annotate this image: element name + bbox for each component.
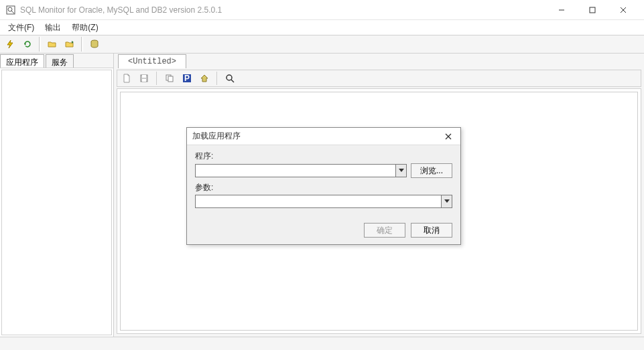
dialog-body: 程序: 浏览... 参数: <box>187 145 460 219</box>
tab-services[interactable]: 服务 <box>46 54 74 68</box>
svg-rect-4 <box>590 7 595 13</box>
params-label: 参数: <box>195 182 452 193</box>
svg-marker-7 <box>7 40 13 48</box>
zoom-icon[interactable] <box>223 72 237 85</box>
new-file-icon[interactable] <box>120 72 133 85</box>
dialog-title-bar: 加载应用程序 <box>187 128 460 145</box>
separator <box>216 72 218 85</box>
params-input[interactable] <box>196 195 441 207</box>
svg-text:P: P <box>184 74 190 83</box>
left-panel: 应用程序 服务 <box>0 54 114 337</box>
left-tabs: 应用程序 服务 <box>0 54 113 68</box>
program-combo[interactable] <box>195 164 407 177</box>
browse-button[interactable]: 浏览... <box>411 163 452 178</box>
left-panel-content <box>1 70 112 335</box>
menu-help[interactable]: 帮助(Z) <box>66 21 103 35</box>
dialog-close-button[interactable] <box>442 130 455 143</box>
chevron-down-icon[interactable] <box>441 195 452 207</box>
document-tabs: <Untitled> <box>114 54 644 68</box>
program-label: 程序: <box>195 151 452 162</box>
ok-button[interactable]: 确定 <box>364 223 405 238</box>
menu-file[interactable]: 文件(F) <box>3 21 40 35</box>
database-icon[interactable] <box>87 37 102 52</box>
cancel-button[interactable]: 取消 <box>411 223 452 238</box>
separator <box>81 37 83 52</box>
refresh-icon[interactable] <box>20 37 35 52</box>
chevron-down-icon[interactable] <box>395 165 406 177</box>
minimize-button[interactable] <box>546 0 577 20</box>
separator <box>39 37 41 52</box>
save-icon[interactable] <box>137 72 151 85</box>
svg-marker-23 <box>399 169 404 172</box>
bolt-icon[interactable] <box>3 37 17 52</box>
tab-applications[interactable]: 应用程序 <box>0 54 44 68</box>
title-bar: SQL Monitor for Oracle, MySQL and DB2 ve… <box>0 0 644 20</box>
svg-rect-13 <box>142 79 146 82</box>
svg-marker-24 <box>444 199 450 203</box>
svg-marker-8 <box>24 43 26 46</box>
svg-line-2 <box>11 11 14 13</box>
document-toolbar: P <box>117 70 641 87</box>
dialog-title: 加载应用程序 <box>192 130 442 142</box>
svg-line-20 <box>231 80 234 82</box>
separator <box>156 72 157 85</box>
dialog-buttons: 确定 取消 <box>187 219 460 244</box>
home-icon[interactable] <box>198 72 211 85</box>
svg-marker-18 <box>201 75 208 82</box>
svg-point-19 <box>227 75 232 80</box>
svg-rect-15 <box>168 76 173 82</box>
window-buttons <box>546 0 639 20</box>
document-tab[interactable]: <Untitled> <box>118 54 186 68</box>
copy-icon[interactable] <box>163 72 176 85</box>
menu-output[interactable]: 输出 <box>40 21 66 35</box>
params-combo[interactable] <box>195 195 452 208</box>
window-title: SQL Monitor for Oracle, MySQL and DB2 ve… <box>20 5 546 15</box>
main-toolbar <box>0 35 644 54</box>
svg-rect-12 <box>142 75 146 78</box>
folder-arrow-icon[interactable] <box>62 37 77 52</box>
status-bar <box>0 337 644 350</box>
park-icon[interactable]: P <box>180 72 194 85</box>
maximize-button[interactable] <box>577 0 608 20</box>
app-icon <box>5 5 16 15</box>
menu-bar: 文件(F) 输出 帮助(Z) <box>0 20 644 35</box>
close-button[interactable] <box>608 0 639 20</box>
program-input[interactable] <box>196 165 395 177</box>
load-application-dialog: 加载应用程序 程序: 浏览... 参数: <box>186 127 461 245</box>
folder-open-icon[interactable] <box>45 37 60 52</box>
